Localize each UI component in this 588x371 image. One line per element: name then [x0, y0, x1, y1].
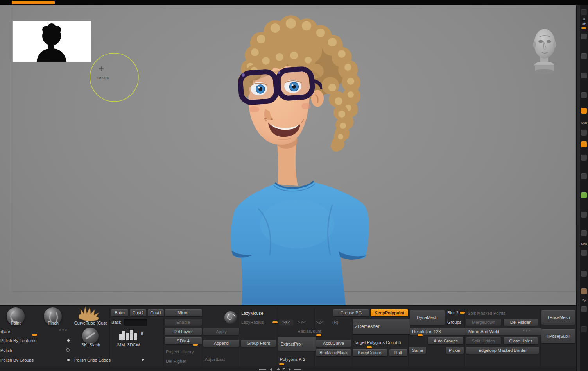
groups-toggle[interactable]: Groups: [447, 320, 461, 325]
zremesher-button[interactable]: ZRemesher: [353, 319, 410, 334]
edgeloop-masked-border-button[interactable]: Edgeloop Masked Border: [466, 347, 539, 354]
split-masked-points-button[interactable]: Split Masked Points: [468, 311, 506, 316]
project-history-button[interactable]: Project History: [166, 350, 194, 354]
rail-icon[interactable]: [581, 173, 587, 179]
keep-polypaint-button[interactable]: KeepPolypaint: [371, 309, 408, 316]
mirror-button[interactable]: Mirror: [165, 309, 202, 316]
alpha-thumbnail[interactable]: [13, 21, 91, 62]
target-polygons-slider-handle[interactable]: [367, 346, 372, 348]
scroll-left-arrow[interactable]: [270, 368, 272, 371]
zbrush-app: +MASK aSPDynLineBy: [0, 0, 588, 371]
del-higher-button[interactable]: Del Higher: [166, 359, 186, 364]
append-button[interactable]: Append: [203, 340, 239, 347]
rail-icon[interactable]: [581, 9, 587, 15]
sdiv-slider-handle[interactable]: [193, 344, 198, 346]
polish-crisp-edges-indicator[interactable]: [142, 359, 144, 361]
symmetry-r-button[interactable]: (R): [332, 320, 338, 325]
del-hidden-button[interactable]: Del Hidden: [504, 319, 538, 326]
adjustlast-button[interactable]: AdjustLast: [205, 357, 225, 362]
symmetry-y-button[interactable]: >Y<: [298, 320, 306, 325]
blur-slider[interactable]: Blur 2: [447, 310, 459, 315]
rail-icon[interactable]: [581, 288, 587, 294]
rail-icon[interactable]: [581, 250, 587, 256]
split-hidden-button[interactable]: Split Hidden: [466, 337, 501, 344]
sculpt-canvas[interactable]: +MASK: [0, 5, 576, 305]
radialcount-slider-handle[interactable]: [316, 334, 321, 336]
rail-icon[interactable]: [581, 326, 587, 332]
stroke-spiral-icon[interactable]: [224, 310, 238, 325]
keepgroups-button[interactable]: KeepGroups: [353, 349, 387, 356]
rail-icon[interactable]: [581, 108, 587, 114]
rail-icon[interactable]: [581, 192, 587, 198]
imm-3dcw-brush-icon[interactable]: [118, 328, 138, 341]
botm-button[interactable]: Botm: [111, 309, 128, 316]
curvetube-brush-icon[interactable]: [77, 306, 102, 321]
rail-icon[interactable]: [581, 141, 587, 147]
crease-pg-button[interactable]: Crease PG: [333, 309, 369, 316]
right-rail: aSPDynLineBy: [580, 5, 588, 371]
rail-icon[interactable]: [581, 130, 587, 136]
symmetry-z-button[interactable]: >Z<: [316, 320, 324, 325]
scroll-down-arrow[interactable]: [282, 368, 285, 370]
scroll-up-arrow[interactable]: [277, 368, 280, 370]
sk-slash-brush-icon[interactable]: [82, 328, 99, 344]
rail-icon[interactable]: [581, 34, 587, 39]
radialcount-slider[interactable]: RadialCount: [298, 329, 321, 334]
backfacemask-button[interactable]: BackfaceMask: [316, 349, 351, 356]
axis-marks: x y z: [59, 328, 67, 331]
scroll-right-arrow[interactable]: [289, 368, 291, 371]
target-polygons-slider[interactable]: Target Polygons Count 5: [354, 340, 401, 345]
rail-icon[interactable]: [581, 212, 587, 218]
polish-by-features-toggle[interactable]: Polish By Features: [0, 338, 36, 343]
rail-label: SP: [580, 22, 588, 25]
tpose-subt-button[interactable]: TPose|SubT: [541, 329, 575, 343]
rail-icon[interactable]: [581, 155, 587, 161]
same-button[interactable]: Same: [409, 347, 426, 354]
del-lower-button[interactable]: Del Lower: [165, 328, 202, 335]
paint-brush-label: Paint: [5, 321, 27, 325]
back-input-field[interactable]: [124, 319, 147, 326]
symmetry-x-button[interactable]: >X<: [278, 319, 294, 326]
lazyradius-slider[interactable]: LazyRadius: [241, 320, 264, 325]
rail-icon[interactable]: [581, 92, 587, 98]
resolution-slider-handle[interactable]: [418, 334, 423, 336]
dynamesh-button[interactable]: DynaMesh: [410, 310, 445, 325]
axis-marks: x y z: [523, 329, 531, 332]
polish-indicator[interactable]: [66, 348, 70, 352]
polish-by-groups-indicator[interactable]: [67, 359, 70, 361]
cust1-button[interactable]: Cust1: [148, 309, 164, 316]
close-holes-button[interactable]: Close Holes: [504, 337, 538, 344]
polish-crisp-edges-toggle[interactable]: Polish Crisp Edges: [74, 358, 111, 362]
rail-icon[interactable]: [581, 271, 587, 277]
picker-button[interactable]: Picker: [446, 347, 464, 354]
polish-by-groups-toggle[interactable]: Polish By Groups: [0, 358, 34, 362]
rail-icon[interactable]: [581, 73, 587, 78]
mergedown-button[interactable]: MergeDown: [466, 319, 501, 326]
inflate-slider-handle[interactable]: [32, 334, 37, 336]
scroll-bar-right[interactable]: [294, 369, 301, 370]
rail-icon[interactable]: [581, 306, 587, 312]
accucurve-button[interactable]: AccuCurve: [316, 340, 351, 347]
half-button[interactable]: Half: [389, 349, 407, 356]
scroll-bar-left[interactable]: [259, 369, 266, 370]
lazyradius-slider-handle[interactable]: [272, 321, 278, 323]
extractpro-button[interactable]: ExtractPro+: [278, 337, 316, 351]
group-front-button[interactable]: Group Front: [241, 340, 276, 347]
polygons-slider-handle[interactable]: [279, 363, 284, 365]
inflate-slider-label[interactable]: Inflate: [0, 329, 10, 334]
polygons-slider[interactable]: Polygons K 2: [280, 357, 305, 362]
tpose-mesh-button[interactable]: TPoseMesh: [541, 310, 575, 325]
rail-label: By: [580, 298, 588, 302]
polish-toggle[interactable]: Polish: [0, 348, 12, 353]
rail-icon[interactable]: [581, 230, 587, 236]
cust2-button[interactable]: Cust2: [130, 309, 146, 316]
auto-groups-button[interactable]: Auto Groups: [428, 337, 463, 344]
reference-head: [526, 21, 563, 83]
lazymouse-toggle[interactable]: LazyMouse: [241, 311, 263, 316]
blur-slider-handle[interactable]: [460, 312, 465, 314]
apply-button[interactable]: Apply: [203, 328, 239, 335]
polish-by-features-indicator[interactable]: [67, 339, 70, 342]
toolbar-scroll-strip[interactable]: [0, 367, 576, 371]
rail-icon[interactable]: [581, 53, 587, 59]
enable-button[interactable]: Enable: [165, 319, 202, 326]
